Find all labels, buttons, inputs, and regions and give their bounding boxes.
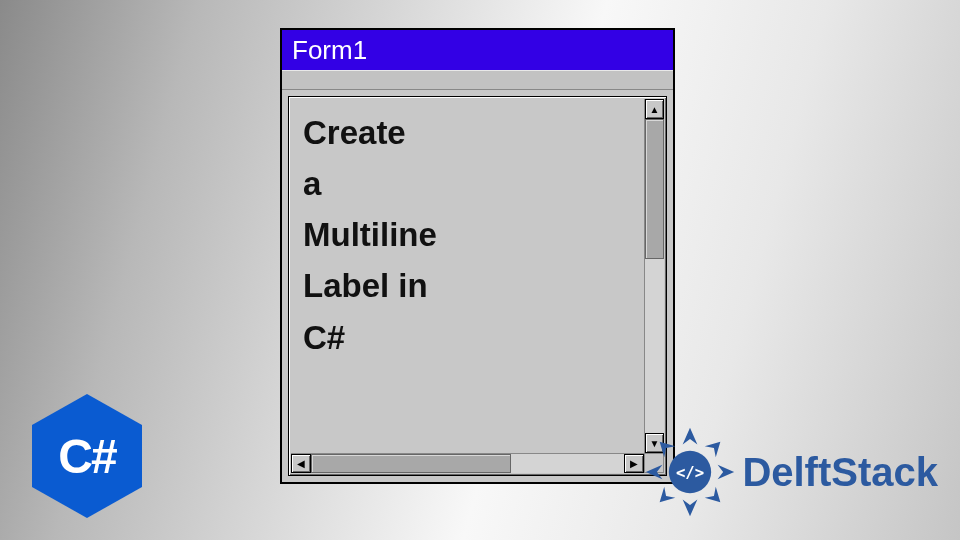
label-line: C# (303, 312, 632, 363)
window-title: Form1 (292, 35, 367, 66)
triangle-left-icon: ◀ (297, 458, 305, 469)
horizontal-scrollbar[interactable]: ◀ ▶ (291, 453, 644, 473)
svg-marker-3 (646, 465, 663, 480)
scroll-left-button[interactable]: ◀ (291, 454, 311, 473)
scroll-panel: Create a Multiline Label in C# ▲ ▼ ◀ (288, 96, 667, 476)
client-area: Create a Multiline Label in C# ▲ ▼ ◀ (282, 90, 673, 482)
csharp-text: C# (58, 429, 115, 484)
label-line: a (303, 158, 632, 209)
vertical-scroll-thumb[interactable] (645, 119, 664, 259)
hexagon-icon: C# (32, 394, 142, 518)
svg-marker-7 (660, 442, 676, 458)
window-toolbar (282, 70, 673, 90)
delftstack-text: DelftStack (742, 450, 938, 495)
label-content: Create a Multiline Label in C# (291, 99, 644, 453)
svg-marker-0 (683, 428, 698, 445)
delftstack-logo: </> DelftStack (644, 426, 938, 518)
label-line: Label in (303, 260, 632, 311)
svg-marker-4 (705, 442, 721, 458)
code-tag-icon: </> (676, 463, 704, 482)
form-window: Form1 Create a Multiline Label in C# ▲ ▼ (280, 28, 675, 484)
titlebar[interactable]: Form1 (282, 30, 673, 70)
csharp-badge: C# (32, 394, 142, 518)
label-line: Create (303, 107, 632, 158)
scroll-right-button[interactable]: ▶ (624, 454, 644, 473)
svg-marker-5 (705, 487, 721, 503)
label-line: Multiline (303, 209, 632, 260)
triangle-up-icon: ▲ (650, 104, 660, 115)
triangle-right-icon: ▶ (630, 458, 638, 469)
delftstack-emblem-icon: </> (644, 426, 736, 518)
horizontal-scroll-thumb[interactable] (311, 454, 511, 473)
svg-marker-1 (718, 465, 735, 480)
scroll-up-button[interactable]: ▲ (645, 99, 664, 119)
svg-marker-6 (660, 487, 676, 503)
vertical-scrollbar[interactable]: ▲ ▼ (644, 99, 664, 453)
svg-marker-2 (683, 500, 698, 517)
